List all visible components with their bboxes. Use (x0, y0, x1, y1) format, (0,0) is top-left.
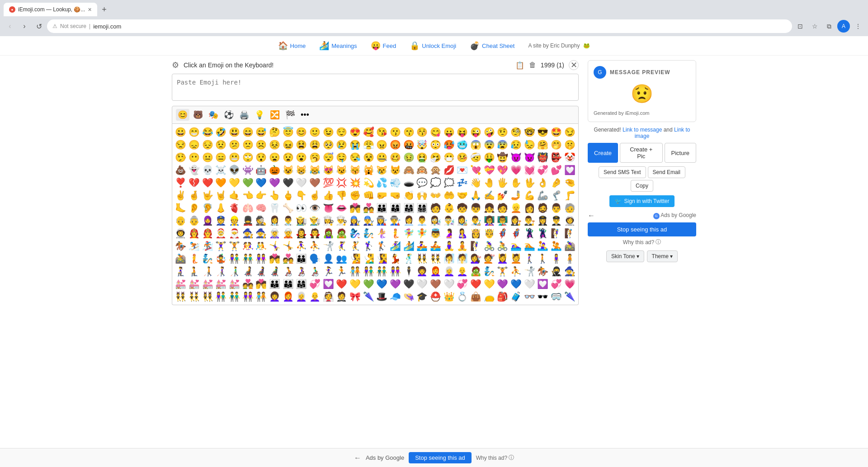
tab-close-button[interactable]: × (88, 6, 91, 13)
emoji-cell[interactable]: 🏊 (523, 240, 536, 252)
emoji-cell[interactable]: 👪 (268, 278, 282, 290)
emoji-cell[interactable]: 👂 (188, 202, 201, 214)
emoji-cell[interactable]: 👥 (335, 252, 349, 265)
emoji-cell[interactable]: 😛 (442, 126, 456, 138)
emoji-cell[interactable]: 🤵 (335, 290, 349, 303)
emoji-cell[interactable]: 🗯️ (442, 176, 456, 189)
emoji-cell[interactable]: 👵 (188, 214, 201, 227)
emoji-cell[interactable]: 💪 (523, 189, 536, 202)
emoji-cell[interactable]: 🚴‍♀️ (482, 240, 496, 252)
emoji-cell[interactable]: 👌 (536, 176, 550, 189)
twitter-signin-button[interactable]: 🐦 Sign in with Twitter (609, 195, 675, 207)
emoji-cell[interactable]: 💙 (509, 278, 523, 290)
cast-button[interactable]: ⊡ (794, 20, 807, 33)
emoji-cell[interactable]: 👓 (523, 290, 536, 303)
send-email-button[interactable]: Send Email (648, 166, 685, 178)
emoji-cell[interactable]: 💢 (335, 176, 349, 189)
emoji-cell[interactable]: 🕶️ (536, 290, 550, 303)
emoji-cell[interactable]: 🦹‍♀️ (523, 227, 536, 240)
emoji-cell[interactable]: 👨‍🔬 (442, 214, 456, 227)
emoji-cell[interactable]: ✍️ (482, 189, 496, 202)
emoji-cell[interactable]: 👮 (214, 214, 228, 227)
emoji-cell[interactable]: 👩‍🎨 (456, 214, 469, 227)
emoji-cell[interactable]: 👨‍👩‍👧 (295, 278, 308, 290)
emoji-cell[interactable]: 💝 (482, 164, 496, 176)
reload-button[interactable]: ↺ (33, 20, 45, 33)
emoji-cell[interactable]: 😊 (295, 126, 308, 138)
emoji-cell[interactable]: 😒 (174, 138, 188, 151)
emoji-cell[interactable]: 🤯 (415, 138, 429, 151)
emoji-cell[interactable]: 👯‍♀️ (415, 252, 429, 265)
emoji-cell[interactable]: 🤎 (429, 278, 443, 290)
emoji-cell[interactable]: 💒 (228, 278, 241, 290)
emoji-cell[interactable]: 🤏 (563, 176, 576, 189)
emoji-cell[interactable]: 🏇 (174, 240, 188, 252)
emoji-cell[interactable]: 👒 (402, 290, 415, 303)
emoji-cell[interactable]: 🎒 (496, 290, 509, 303)
emoji-cell[interactable]: 🧙‍♀️ (241, 227, 255, 240)
emoji-cell[interactable]: ⛑️ (429, 290, 443, 303)
emoji-cell[interactable]: 🤰 (442, 227, 456, 240)
emoji-cell[interactable]: 🧛 (308, 227, 322, 240)
emoji-cell[interactable]: 💏 (349, 202, 362, 214)
emoji-cell[interactable]: 🤺 (523, 265, 536, 278)
emoji-cell[interactable]: 🤹 (214, 252, 228, 265)
emoji-cell[interactable]: 🖐️ (496, 176, 509, 189)
emoji-cell[interactable]: 👨‍👩‍👦 (281, 278, 295, 290)
emoji-cell[interactable]: ☝️ (308, 189, 322, 202)
emoji-cell[interactable]: 👽 (228, 164, 241, 176)
emoji-cell[interactable]: 😮 (295, 151, 308, 164)
emoji-cell[interactable]: 💛 (228, 176, 241, 189)
emoji-cell[interactable]: 😍 (349, 126, 362, 138)
emoji-cell[interactable]: 💚 (362, 278, 375, 290)
emoji-cell[interactable]: 😓 (523, 138, 536, 151)
emoji-cell[interactable]: 🤥 (174, 151, 188, 164)
emoji-cell[interactable]: 🎓 (415, 290, 429, 303)
emoji-cell[interactable]: 🤛 (375, 189, 389, 202)
category-animals[interactable]: 🐻 (191, 109, 205, 121)
emoji-cell[interactable]: 👄 (335, 202, 349, 214)
forward-button[interactable]: › (18, 20, 31, 33)
emoji-cell[interactable]: 🏄‍♀️ (389, 240, 402, 252)
emoji-cell[interactable]: 👩‍🦳 (295, 290, 308, 303)
emoji-cell[interactable]: 🕵️ (255, 214, 268, 227)
emoji-cell[interactable]: 😕 (228, 138, 241, 151)
emoji-cell[interactable]: 👨‍🦯 (228, 265, 241, 278)
emoji-cell[interactable]: 👤 (321, 252, 335, 265)
emoji-cell[interactable]: 💟 (563, 164, 576, 176)
emoji-cell[interactable]: 💏 (255, 278, 268, 290)
emoji-cell[interactable]: 👨‍💼 (415, 214, 429, 227)
emoji-cell[interactable]: 🥰 (362, 126, 375, 138)
emoji-cell[interactable]: 👨‍🌾 (308, 214, 322, 227)
emoji-cell[interactable]: 🧗 (563, 227, 576, 240)
emoji-cell[interactable]: 💂 (241, 214, 255, 227)
extensions-button[interactable]: ⧉ (823, 20, 835, 33)
emoji-cell[interactable]: 💆‍♀️ (496, 252, 509, 265)
emoji-cell[interactable]: 👩‍⚕️ (268, 214, 282, 227)
emoji-cell[interactable]: 🧟 (469, 265, 483, 278)
emoji-cell[interactable]: 👨‍👩‍👦 (389, 202, 402, 214)
emoji-cell[interactable]: 🤔 (268, 126, 282, 138)
emoji-cell[interactable]: 🫀 (228, 202, 241, 214)
emoji-cell[interactable]: 🥶 (456, 138, 469, 151)
theme-button[interactable]: Theme ▾ (647, 250, 678, 262)
emoji-cell[interactable]: 👩‍🦯 (214, 265, 228, 278)
emoji-cell[interactable]: ⛷️ (188, 240, 201, 252)
emoji-cell[interactable]: 👊 (362, 189, 375, 202)
emoji-cell[interactable]: 😇 (281, 126, 295, 138)
emoji-cell[interactable]: 🤾‍♀️ (335, 240, 349, 252)
emoji-cell[interactable]: 😌 (335, 126, 349, 138)
create-pic-button[interactable]: Create + Pic (620, 143, 663, 163)
emoji-cell[interactable]: 😹 (308, 164, 322, 176)
emoji-cell[interactable]: 💙 (375, 278, 389, 290)
emoji-cell[interactable]: 💛 (349, 278, 362, 290)
emoji-cell[interactable]: 🏇 (536, 265, 550, 278)
emoji-cell[interactable]: 💗 (563, 278, 576, 290)
emoji-cell[interactable]: 🏂 (201, 240, 214, 252)
emoji-cell[interactable]: 💟 (536, 278, 550, 290)
emoji-cell[interactable]: 👩‍🦼 (255, 265, 268, 278)
menu-button[interactable]: ⋮ (852, 20, 864, 33)
emoji-cell[interactable]: 💞 (308, 278, 322, 290)
emoji-cell[interactable]: 👩‍🦱 (268, 290, 282, 303)
category-activities[interactable]: 🎭 (207, 109, 220, 121)
